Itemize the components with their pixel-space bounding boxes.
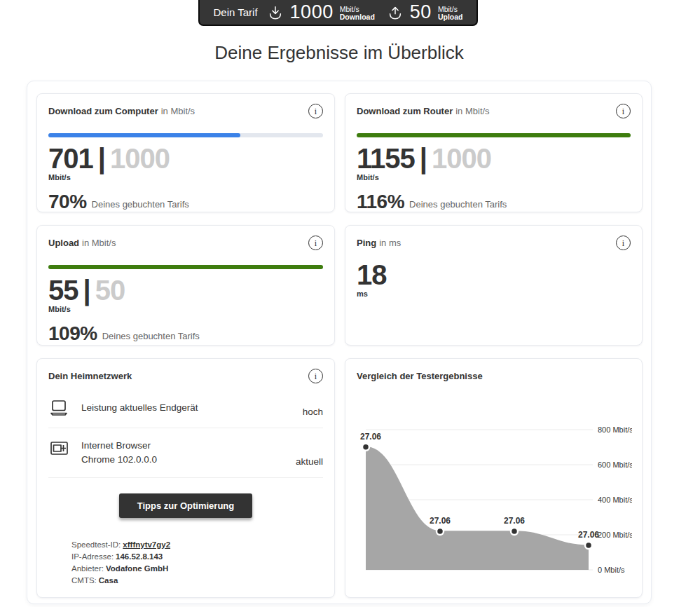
provider-row: Anbieter:Vodafone GmbH (71, 563, 323, 575)
percent-value: 109% (48, 322, 97, 345)
button-wrapper: Tipps zur Optimierung (48, 493, 323, 518)
results-panel: Download zum Computerin Mbit/s i 701|100… (27, 81, 652, 604)
card-download-computer: Download zum Computerin Mbit/s i 701|100… (36, 93, 335, 212)
card-title: Uploadin Mbit/s (48, 236, 116, 248)
info-icon[interactable]: i (308, 369, 323, 383)
card-header: Download zum Computerin Mbit/s i (48, 104, 323, 118)
tips-button[interactable]: Tipps zur Optimierung (119, 493, 252, 518)
percent-label: Deines gebuchten Tarifs (409, 199, 507, 210)
card-title: Vergleich der Testergebnisse (357, 369, 483, 381)
download-icon (267, 4, 284, 21)
card-test-comparison: Vergleich der Testergebnisse 800 Mbit/s6… (345, 358, 643, 598)
card-header: Download zum Routerin Mbit/s i (357, 104, 631, 118)
unit-label: Mbit/s (357, 173, 631, 182)
svg-text:27.06: 27.06 (578, 530, 599, 540)
percent-label: Deines gebuchten Tarifs (102, 331, 200, 341)
tariff-label: Dein Tarif (214, 6, 258, 18)
svg-text:800 Mbit/s: 800 Mbit/s (598, 425, 632, 434)
svg-text:27.06: 27.06 (504, 516, 525, 526)
card-download-router: Download zum Routerin Mbit/s i 1155|1000… (345, 93, 643, 212)
percent-label: Deines gebuchten Tarifs (92, 199, 189, 210)
measured-value: 18 (357, 260, 631, 289)
progress-track (48, 265, 323, 269)
card-title: Dein Heimnetzwerk (48, 369, 132, 381)
tariff-download-unit: Mbit/s Download (340, 6, 375, 21)
ip-address-row: IP-Adresse:146.52.8.143 (71, 551, 323, 563)
measured-value: 701|1000 (48, 144, 323, 173)
device-performance-value: hoch (303, 407, 323, 417)
test-details: Speedtest-ID:xfffnytv7gy2 IP-Adresse:146… (71, 539, 323, 587)
browser-icon (48, 439, 69, 458)
results-grid: Download zum Computerin Mbit/s i 701|100… (36, 93, 642, 598)
unit-label: Mbit/s (48, 173, 323, 182)
tariff-download-value: 1000 (290, 1, 334, 23)
device-performance-row: Leistung aktuelles Endgerät hoch (48, 388, 323, 428)
svg-text:27.06: 27.06 (360, 432, 381, 442)
tariff-bar: Dein Tarif 1000 Mbit/s Download 50 Mbit/… (198, 0, 478, 26)
upload-icon (387, 4, 404, 21)
card-home-network: Dein Heimnetzwerk i Leistung aktuelles E… (36, 358, 335, 598)
laptop-icon (48, 399, 69, 417)
tariff-upload-unit: Mbit/s Upload (438, 6, 463, 21)
card-title: Download zum Routerin Mbit/s (357, 104, 490, 116)
page-title: Deine Ergebnisse im Überblick (27, 42, 652, 64)
percent-row: 70% Deines gebuchten Tarifs (48, 191, 323, 213)
svg-text:200 Mbit/s: 200 Mbit/s (598, 531, 632, 539)
card-ping: Pingin ms i 18 ms (345, 225, 643, 346)
progress-fill (357, 133, 631, 137)
card-title: Download zum Computerin Mbit/s (48, 104, 195, 116)
percent-value: 116% (357, 191, 404, 213)
unit-label: Mbit/s (48, 305, 323, 313)
browser-row: Internet Browser Chrome 102.0.0.0 aktuel… (48, 428, 323, 478)
svg-text:400 Mbit/s: 400 Mbit/s (598, 496, 632, 504)
info-icon[interactable]: i (308, 236, 323, 250)
card-title: Pingin ms (357, 236, 401, 248)
percent-row: 109% Deines gebuchten Tarifs (48, 322, 323, 345)
browser-label: Internet Browser Chrome 102.0.0.0 (81, 439, 157, 467)
percent-row: 116% Deines gebuchten Tarifs (357, 191, 631, 213)
measured-value: 1155|1000 (357, 144, 631, 173)
card-header: Dein Heimnetzwerk i (48, 369, 323, 383)
cmts-row: CMTS:Casa (71, 575, 323, 587)
unit-label: ms (357, 289, 631, 298)
svg-text:600 Mbit/s: 600 Mbit/s (598, 461, 632, 469)
browser-status-value: aktuell (296, 456, 323, 467)
card-header: Uploadin Mbit/s i (48, 236, 323, 250)
progress-fill (48, 133, 240, 137)
progress-fill (48, 265, 323, 269)
progress-track (357, 133, 631, 137)
measured-value: 55|50 (48, 275, 323, 305)
progress-track (48, 133, 323, 137)
card-header: Vergleich der Testergebnisse (357, 369, 631, 381)
tariff-upload-value: 50 (410, 1, 432, 23)
comparison-chart: 800 Mbit/s600 Mbit/s400 Mbit/s200 Mbit/s… (357, 393, 632, 582)
speedtest-id-link[interactable]: xfffnytv7gy2 (123, 540, 170, 549)
info-icon[interactable]: i (308, 104, 323, 118)
speedtest-id-row: Speedtest-ID:xfffnytv7gy2 (71, 539, 323, 551)
device-performance-label: Leistung aktuelles Endgerät (81, 401, 198, 415)
percent-value: 70% (48, 191, 87, 213)
info-icon[interactable]: i (616, 104, 631, 118)
card-upload: Uploadin Mbit/s i 55|50 Mbit/s 109% Dein… (36, 225, 335, 346)
card-header: Pingin ms i (357, 236, 631, 250)
svg-text:0 Mbit/s: 0 Mbit/s (598, 566, 625, 574)
svg-text:27.06: 27.06 (430, 516, 451, 526)
info-icon[interactable]: i (616, 236, 631, 250)
